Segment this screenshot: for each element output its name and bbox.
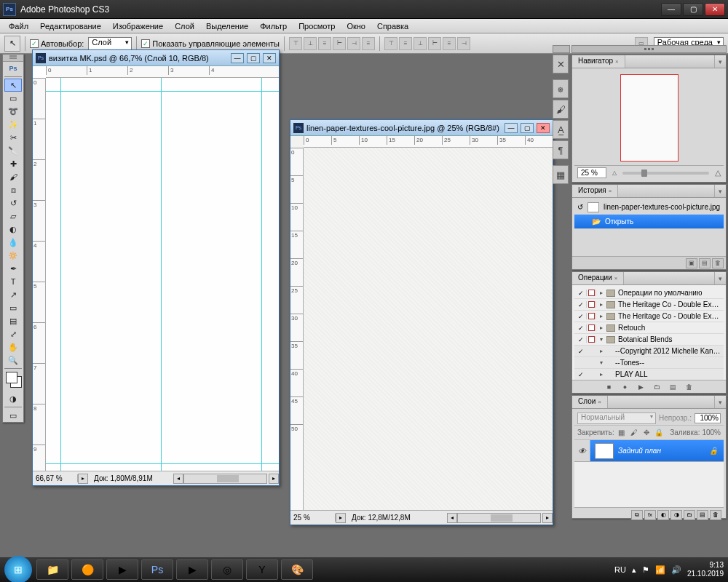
dodge-tool[interactable]: 🔅 [4, 249, 22, 262]
layer-mask-button[interactable]: ◐ [657, 510, 669, 520]
align-icon[interactable]: ⊢ [333, 37, 346, 50]
panel-menu-button[interactable]: ▾ [714, 55, 726, 68]
collapsed-panel-icon[interactable]: ✕ [553, 55, 569, 73]
menu-filter[interactable]: Фильтр [254, 20, 293, 32]
collapsed-panel-icon[interactable]: ▦ [553, 165, 569, 184]
blur-tool[interactable]: 💧 [4, 236, 22, 249]
tray-volume-icon[interactable]: 🔊 [671, 565, 681, 575]
zoom-in-icon[interactable]: △ [715, 168, 721, 178]
notes-tool[interactable]: ▤ [4, 314, 22, 327]
actions-tab[interactable]: Операции× [572, 272, 624, 284]
zoom-tool[interactable]: 🔍 [4, 354, 22, 367]
menu-file[interactable]: Файл [3, 20, 34, 32]
link-layers-button[interactable]: ⧉ [631, 510, 643, 520]
stop-button[interactable]: ■ [604, 382, 615, 392]
fill-input[interactable]: 100% [702, 428, 721, 436]
history-snapshot[interactable]: ↺ linen-paper-textures-cool-picture.jpg [574, 200, 724, 215]
align-icon[interactable]: ≡ [362, 37, 375, 50]
menu-select[interactable]: Выделение [200, 20, 254, 32]
status-menu-button[interactable]: ▸ [336, 513, 346, 523]
layer-row[interactable]: 👁 Задний план 🔒 [574, 440, 724, 462]
collapsed-panel-icon[interactable]: ¶ [553, 140, 569, 159]
menu-edit[interactable]: Редактирование [34, 20, 107, 32]
navigator-tab[interactable]: Навигатор× [572, 55, 625, 68]
taskbar-chrome[interactable]: 🟠 [71, 559, 103, 580]
zoom-field[interactable]: 66,67 % [33, 474, 78, 482]
doc-close-button[interactable]: ✕ [263, 53, 276, 63]
taskbar-paint[interactable]: 🎨 [281, 559, 313, 580]
lock-transparency-icon[interactable]: ▦ [617, 428, 627, 438]
collapsed-panel-icon[interactable]: 🖌 [553, 100, 569, 119]
move-tool[interactable]: ↖ [4, 79, 22, 92]
taskbar-yandex[interactable]: Y [246, 559, 278, 580]
zoom-field[interactable]: 25 % [290, 514, 336, 522]
brush-tool[interactable]: 🖌 [4, 170, 22, 183]
history-brush-target-icon[interactable]: ↺ [577, 203, 583, 211]
pen-tool[interactable]: ✒ [4, 262, 22, 275]
new-group-button[interactable]: 🗀 [684, 510, 695, 520]
autoselect-check[interactable]: ✓Автовыбор: [30, 39, 84, 48]
action-row[interactable]: ✓▸PLAY ALL [574, 369, 724, 380]
panel-menu-button[interactable]: ▾ [714, 396, 726, 408]
tools-grip[interactable] [3, 55, 23, 62]
action-row[interactable]: ✓▸The Heritage Co - Double Exposure… [574, 311, 724, 322]
action-row[interactable]: ✓▸The Heritage Co - Double Exposure… [574, 299, 724, 311]
crop-tool[interactable]: ✂ [4, 131, 22, 144]
action-row[interactable]: ✓▸Операции по умолчанию [574, 287, 724, 299]
doc-maximize-button[interactable]: ▢ [521, 123, 534, 133]
collapsed-panel-icon[interactable]: ⎈ [553, 79, 569, 98]
window-minimize-button[interactable]: — [661, 3, 681, 16]
doc-maximize-button[interactable]: ▢ [247, 53, 260, 63]
history-tab[interactable]: История× [572, 185, 618, 197]
menu-window[interactable]: Окно [341, 20, 371, 32]
eraser-tool[interactable]: ▱ [4, 210, 22, 223]
canvas[interactable] [304, 148, 553, 510]
collapsed-panel-icon[interactable]: A̲ [553, 120, 569, 139]
scroll-left[interactable]: ◂ [173, 474, 183, 484]
autoselect-dropdown[interactable]: Слой [88, 37, 132, 50]
menu-layer[interactable]: Слой [169, 20, 200, 32]
new-document-button[interactable]: ▤ [699, 258, 711, 268]
play-button[interactable]: ▶ [636, 382, 647, 392]
menu-image[interactable]: Изображение [107, 20, 169, 32]
taskbar-app[interactable]: ▶ [176, 559, 208, 580]
heal-tool[interactable]: ✚ [4, 157, 22, 170]
doc-minimize-button[interactable]: — [505, 123, 518, 133]
delete-layer-button[interactable]: 🗑 [710, 510, 721, 520]
color-swatches[interactable] [3, 370, 23, 392]
eyedropper-tool[interactable]: ⤢ [4, 327, 22, 340]
document-titlebar[interactable]: Ps визитка MK.psd @ 66,7% (Слой 10, RGB/… [33, 50, 279, 66]
distribute-icon[interactable]: ⊣ [457, 37, 470, 50]
navigator-zoom-field[interactable]: 25 % [577, 167, 606, 178]
slice-tool[interactable]: 🔪 [4, 144, 22, 157]
horizontal-scrollbar[interactable] [183, 474, 267, 484]
opacity-input[interactable]: 100% [695, 413, 721, 423]
action-row[interactable]: ✓▸Retouch [574, 322, 724, 334]
stamp-tool[interactable]: ⧈ [4, 183, 22, 196]
menu-help[interactable]: Справка [371, 20, 414, 32]
horizontal-scrollbar[interactable] [457, 513, 541, 523]
panel-menu-button[interactable]: ▾ [714, 272, 726, 284]
vertical-ruler[interactable]: 0123456789 [33, 78, 46, 471]
new-snapshot-button[interactable]: ▣ [686, 258, 697, 268]
canvas[interactable] [46, 78, 279, 471]
action-row[interactable]: ✓▾Botanical Blends [574, 334, 724, 346]
delete-state-button[interactable]: 🗑 [712, 258, 724, 268]
panel-menu-button[interactable]: ▾ [714, 185, 726, 197]
navigator-zoom-slider[interactable] [622, 172, 709, 175]
lock-position-icon[interactable]: ✥ [641, 428, 652, 438]
lock-image-icon[interactable]: 🖌 [629, 428, 639, 438]
window-close-button[interactable]: ✕ [705, 3, 725, 16]
strip-grip[interactable] [553, 45, 570, 53]
tray-icon[interactable]: RU [614, 565, 626, 574]
adjustment-layer-button[interactable]: ◑ [670, 510, 682, 520]
status-menu-button[interactable]: ▸ [78, 474, 88, 484]
align-icon[interactable]: ⊤ [289, 37, 302, 50]
navigator-thumbnail[interactable] [574, 71, 724, 165]
layer-thumbnail[interactable] [595, 443, 614, 459]
taskbar-clock[interactable]: 9:13 21.10.2019 [687, 561, 724, 578]
visibility-toggle[interactable]: 👁 [574, 440, 590, 461]
type-tool[interactable]: T [4, 275, 22, 288]
blend-mode-dropdown[interactable]: Нормальный [577, 412, 656, 424]
tray-network-icon[interactable]: 📶 [655, 565, 665, 575]
